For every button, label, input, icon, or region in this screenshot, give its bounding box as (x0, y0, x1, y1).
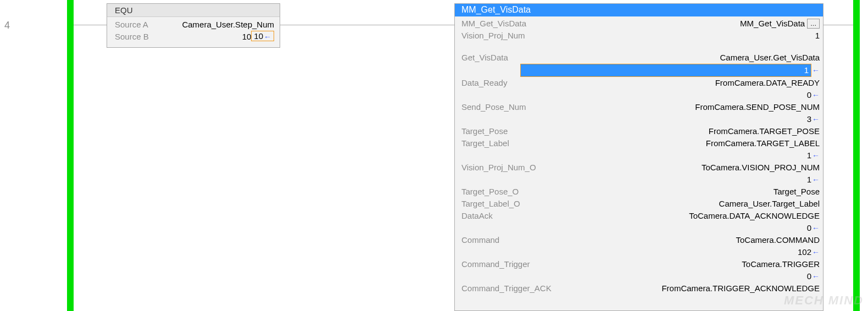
rung-wire (280, 25, 454, 25)
aoi-param-row: Vision_Proj_Num1 (461, 30, 820, 42)
aoi-param-tag[interactable]: FromCamera.TRIGGER_ACKNOWLEDGE (661, 282, 820, 295)
aoi-param-tag[interactable]: FromCamera.SEND_POSE_NUM (695, 101, 820, 113)
aoi-param-row: Command_TriggerToCamera.TRIGGER (461, 258, 820, 270)
equ-source-a-live-value[interactable]: 10← (251, 31, 274, 41)
data-flow-arrow-icon: ← (812, 272, 820, 281)
aoi-param-label: DataAck (461, 210, 493, 222)
aoi-title: MM_Get_VisData (455, 4, 823, 16)
aoi-param-tag[interactable]: 1 (815, 30, 820, 42)
rung-number: 4 (4, 20, 10, 31)
data-flow-arrow-icon: ← (812, 248, 820, 257)
equ-title: EQU (107, 4, 280, 17)
aoi-param-tag[interactable]: ToCamera.COMMAND (736, 234, 820, 246)
aoi-instance-tag[interactable]: MM_Get_VisData (740, 19, 805, 28)
aoi-param-row: Target_Label_OCamera_User.Target_Label (461, 198, 820, 210)
aoi-param-tag[interactable]: FromCamera.DATA_READY (715, 77, 820, 89)
aoi-param-row: Get_VisDataCamera_User.Get_VisData (461, 52, 820, 64)
aoi-param-tag[interactable]: FromCamera.TARGET_POSE (709, 125, 820, 137)
aoi-param-live-value[interactable]: 0← (461, 89, 820, 101)
aoi-instruction-block[interactable]: MM_Get_VisData MM_Get_VisDataMM_Get_VisD… (454, 3, 824, 311)
aoi-param-label: Command (461, 234, 499, 246)
data-flow-arrow-icon: ← (264, 32, 271, 41)
aoi-param-label: Get_VisData (461, 52, 508, 64)
aoi-param-live-value[interactable]: 1← (461, 149, 820, 162)
rung-wire (824, 25, 853, 25)
aoi-param-row: Target_LabelFromCamera.TARGET_LABEL (461, 137, 820, 149)
aoi-param-label: Command_Trigger_ACK (461, 282, 552, 295)
aoi-param-tag[interactable]: Target_Pose (774, 186, 820, 198)
aoi-param-label: Target_Label_O (461, 198, 520, 210)
aoi-param-tag[interactable]: ToCamera.VISION_PROJ_NUM (702, 162, 820, 174)
aoi-param-label: Send_Pose_Num (461, 101, 526, 113)
aoi-param-label: Vision_Proj_Num (461, 30, 525, 42)
data-flow-arrow-icon: ← (812, 115, 820, 124)
rung-wire (74, 25, 107, 25)
right-power-rail (853, 0, 860, 311)
aoi-instance-label: MM_Get_VisData (461, 18, 526, 30)
aoi-param-live-value[interactable]: 0← (461, 222, 820, 234)
aoi-param-row: CommandToCamera.COMMAND (461, 234, 820, 246)
aoi-param-row: Send_Pose_NumFromCamera.SEND_POSE_NUM (461, 101, 820, 113)
aoi-param-live-value[interactable]: 3← (461, 113, 820, 125)
aoi-param-live-value[interactable]: 0← (461, 270, 820, 282)
aoi-param-live-value[interactable]: 1← (461, 64, 820, 77)
aoi-param-tag[interactable]: Camera_User.Get_VisData (720, 52, 820, 64)
aoi-instance-row: MM_Get_VisDataMM_Get_VisData... (461, 18, 820, 30)
equ-source-a-row: Source A Camera_User.Step_Num (115, 19, 274, 31)
selected-live-value[interactable]: 1 (520, 64, 811, 77)
aoi-param-row: Vision_Proj_Num_OToCamera.VISION_PROJ_NU… (461, 162, 820, 174)
data-flow-arrow-icon: ← (812, 91, 820, 99)
aoi-param-row: Target_PoseFromCamera.TARGET_POSE (461, 125, 820, 137)
aoi-param-row: DataAckToCamera.DATA_ACKNOWLEDGE (461, 210, 820, 222)
equ-source-b-row: Source B 10 (115, 31, 251, 43)
aoi-param-tag[interactable]: ToCamera.DATA_ACKNOWLEDGE (689, 210, 820, 222)
data-flow-arrow-icon: ← (812, 151, 820, 160)
aoi-param-label: Target_Pose (461, 125, 508, 137)
aoi-param-row: Target_Pose_OTarget_Pose (461, 186, 820, 198)
data-flow-arrow-icon: ← (812, 66, 820, 75)
aoi-param-tag[interactable]: FromCamera.TARGET_LABEL (706, 137, 820, 149)
aoi-param-tag[interactable]: ToCamera.TRIGGER (742, 258, 820, 270)
left-power-rail (67, 0, 74, 311)
aoi-param-live-value[interactable]: 102← (461, 246, 820, 258)
equ-source-a-label: Source A (115, 19, 148, 31)
aoi-param-live-value[interactable]: 1← (461, 174, 820, 186)
aoi-param-row: Command_Trigger_ACKFromCamera.TRIGGER_AC… (461, 282, 820, 295)
aoi-param-label: Vision_Proj_Num_O (461, 162, 536, 174)
aoi-param-row: Data_ReadyFromCamera.DATA_READY (461, 77, 820, 89)
aoi-param-label: Data_Ready (461, 77, 507, 89)
aoi-param-label: Target_Pose_O (461, 186, 519, 198)
aoi-param-tag[interactable]: Camera_User.Target_Label (719, 198, 820, 210)
equ-source-b-value[interactable]: 10 (242, 31, 252, 43)
aoi-param-label: Target_Label (461, 137, 509, 149)
watermark: MECH MIND (784, 293, 864, 308)
equ-source-b-label: Source B (115, 31, 149, 43)
browse-tag-button[interactable]: ... (807, 19, 820, 29)
equ-instruction-block[interactable]: EQU Source A Camera_User.Step_Num 10← So… (107, 3, 280, 48)
data-flow-arrow-icon: ← (812, 175, 820, 184)
aoi-param-label: Command_Trigger (461, 258, 530, 270)
equ-source-a-tag[interactable]: Camera_User.Step_Num (182, 19, 274, 31)
data-flow-arrow-icon: ← (812, 224, 820, 232)
